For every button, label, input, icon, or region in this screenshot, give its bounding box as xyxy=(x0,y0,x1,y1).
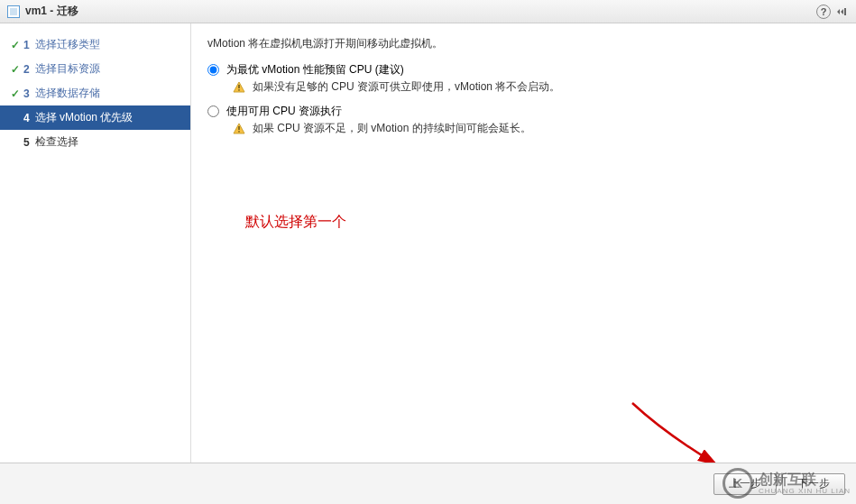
step-vmotion-priority[interactable]: 4 选择 vMotion 优先级 xyxy=(0,105,190,130)
description-text: vMotion 将在虚拟机电源打开期间移动此虚拟机。 xyxy=(207,36,840,51)
annotation-text: 默认选择第一个 xyxy=(245,213,346,232)
step-label: 选择目标资源 xyxy=(35,61,100,77)
option-label: 使用可用 CPU 资源执行 xyxy=(226,104,342,119)
step-datastore[interactable]: ✓ 3 选择数据存储 xyxy=(0,81,190,105)
step-label: 选择迁移类型 xyxy=(35,37,100,52)
watermark-brand: 创新互联 xyxy=(759,472,851,487)
svg-rect-3 xyxy=(238,126,239,130)
check-icon: ✓ xyxy=(9,87,22,100)
step-label: 检查选择 xyxy=(35,134,78,150)
warning-icon xyxy=(233,81,245,94)
note-text: 如果没有足够的 CPU 资源可供立即使用，vMotion 将不会启动。 xyxy=(253,79,560,95)
step-target-resource[interactable]: ✓ 2 选择目标资源 xyxy=(0,57,190,81)
step-label: 选择 vMotion 优先级 xyxy=(35,110,133,125)
content-pane: vMotion 将在虚拟机电源打开期间移动此虚拟机。 为最优 vMotion 性… xyxy=(191,23,856,463)
check-icon: ✓ xyxy=(9,39,22,51)
radio-reserve-cpu[interactable] xyxy=(207,64,219,76)
check-icon: ✓ xyxy=(9,63,22,76)
note-available-cpu: 如果 CPU 资源不足，则 vMotion 的持续时间可能会延长。 xyxy=(233,121,840,136)
window-title: vm1 - 迁移 xyxy=(25,4,78,19)
note-reserve-cpu: 如果没有足够的 CPU 资源可供立即使用，vMotion 将不会启动。 xyxy=(233,79,840,95)
help-icon[interactable]: ? xyxy=(816,5,831,19)
radio-available-cpu[interactable] xyxy=(207,105,219,117)
maximize-icon[interactable] xyxy=(836,5,849,18)
svg-rect-4 xyxy=(238,131,239,132)
watermark-logo-icon: K xyxy=(723,468,753,499)
step-label: 选择数据存储 xyxy=(35,86,100,101)
svg-rect-2 xyxy=(238,89,239,90)
vm-icon xyxy=(7,5,20,18)
option-label: 为最优 vMotion 性能预留 CPU (建议) xyxy=(226,62,404,78)
option-available-cpu[interactable]: 使用可用 CPU 资源执行 xyxy=(207,104,840,119)
titlebar: vm1 - 迁移 ? xyxy=(0,0,856,23)
svg-rect-0 xyxy=(844,8,846,15)
wizard-steps-sidebar: ✓ 1 选择迁移类型 ✓ 2 选择目标资源 ✓ 3 选择数据存储 4 选择 vM… xyxy=(0,23,191,463)
watermark: K 创新互联 CHUANG XIN HU LIAN xyxy=(723,468,851,499)
option-reserve-cpu[interactable]: 为最优 vMotion 性能预留 CPU (建议) xyxy=(207,62,840,78)
step-review[interactable]: ✓ 5 检查选择 xyxy=(0,130,190,154)
step-migration-type[interactable]: ✓ 1 选择迁移类型 xyxy=(0,32,190,57)
warning-icon xyxy=(233,123,245,135)
note-text: 如果 CPU 资源不足，则 vMotion 的持续时间可能会延长。 xyxy=(253,121,531,136)
watermark-sub: CHUANG XIN HU LIAN xyxy=(759,487,851,495)
svg-rect-1 xyxy=(238,85,239,88)
